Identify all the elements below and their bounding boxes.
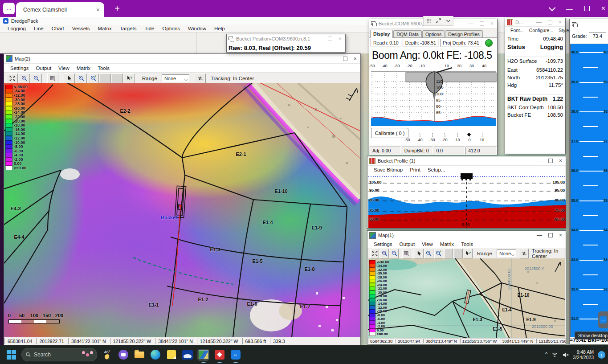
query-cursor-button[interactable] xyxy=(124,74,135,83)
zoom-extents-button[interactable] xyxy=(7,74,18,83)
minimize-icon[interactable]: — xyxy=(316,36,322,42)
menu-item[interactable]: Print xyxy=(406,167,424,172)
close-tab-icon[interactable]: × xyxy=(96,6,100,13)
tab-design-profiles[interactable]: Design Profiles xyxy=(445,30,483,37)
grade-input[interactable]: 73.4 xyxy=(589,32,607,40)
taskbar-chat[interactable] xyxy=(117,349,129,361)
menu-item[interactable]: Save Bitmap xyxy=(370,167,406,172)
expand-icon[interactable] xyxy=(436,18,441,24)
menu-item[interactable]: Tide xyxy=(140,26,158,31)
taskbar-sticky-notes[interactable] xyxy=(165,349,177,361)
menu-item[interactable]: Output xyxy=(33,65,55,71)
tab-options[interactable]: Options xyxy=(422,30,445,37)
minimize-icon[interactable]: — xyxy=(537,232,542,238)
taskbar-file-explorer[interactable] xyxy=(133,349,145,361)
tab-display[interactable]: Display xyxy=(370,30,393,38)
menu-item[interactable]: Matrix xyxy=(73,65,94,71)
maximize-icon[interactable] xyxy=(343,57,347,61)
minimize-icon[interactable]: — xyxy=(537,158,542,164)
grid-icon[interactable] xyxy=(426,18,432,24)
menu-item[interactable]: Settings xyxy=(7,65,33,71)
magnifier-zoom-button[interactable] xyxy=(434,249,443,258)
weather-widget[interactable]: 46° xyxy=(101,349,113,361)
minimize-icon[interactable]: — xyxy=(468,20,473,27)
magnifier-zoom-button[interactable] xyxy=(88,74,99,83)
close-icon[interactable]: × xyxy=(559,232,562,238)
menu-item[interactable]: Configure... xyxy=(526,28,556,33)
menu-item[interactable]: Chart xyxy=(48,26,68,31)
taskbar-hypack[interactable] xyxy=(181,349,193,361)
menu-item[interactable]: Logging xyxy=(4,26,30,31)
minimize-icon[interactable]: — xyxy=(536,19,542,25)
range-dropdown[interactable]: None xyxy=(497,249,516,258)
cursor-button[interactable] xyxy=(415,249,424,258)
matrix-button[interactable] xyxy=(402,249,411,258)
start-button[interactable] xyxy=(5,349,17,361)
maximize-icon[interactable] xyxy=(548,159,553,163)
teamviewer-side-tab[interactable]: ⇔ xyxy=(598,311,608,328)
clock[interactable]: 9:48 AM 3/24/2023 xyxy=(573,349,594,360)
minimize-icon[interactable]: — xyxy=(566,5,573,12)
menu-item[interactable]: Vessels xyxy=(68,26,94,31)
menu-item[interactable]: Help xyxy=(210,26,229,31)
menu-item[interactable]: Tools xyxy=(94,65,113,71)
maximize-icon[interactable] xyxy=(480,21,484,26)
close-icon[interactable]: × xyxy=(354,56,357,62)
minimize-icon[interactable]: — xyxy=(331,56,337,62)
range-dropdown[interactable]: None xyxy=(162,74,189,82)
taskbar-edge[interactable] xyxy=(149,349,161,361)
chevron-down-icon[interactable] xyxy=(548,4,555,11)
close-icon[interactable]: × xyxy=(559,19,562,25)
query-cursor-button[interactable] xyxy=(464,249,473,258)
close-icon[interactable]: × xyxy=(490,20,494,27)
tracking-toggle-button[interactable] xyxy=(195,74,206,83)
maximize-icon[interactable] xyxy=(548,233,553,237)
zoom-in-button[interactable] xyxy=(19,74,30,83)
zoom-out-button[interactable] xyxy=(390,249,399,258)
maximize-icon[interactable] xyxy=(548,20,552,25)
tray-chevron-icon[interactable]: ^ xyxy=(545,351,548,357)
menu-item[interactable]: Window xyxy=(184,26,210,31)
menu-item[interactable]: View xyxy=(55,65,73,71)
taskbar-dredgepack[interactable] xyxy=(197,349,209,361)
close-icon[interactable]: × xyxy=(601,4,605,12)
cursor-button[interactable] xyxy=(64,74,75,83)
session-tab[interactable]: Cemex Clamshell × xyxy=(16,2,104,17)
bucket-profile-menubar: Save BitmapPrintSetup... xyxy=(367,166,566,174)
menu-item[interactable]: Settings xyxy=(370,241,396,247)
new-tab-button[interactable]: + xyxy=(111,3,123,14)
zoom-out-button[interactable] xyxy=(31,74,42,83)
taskbar-teamviewer[interactable]: ⇔ xyxy=(229,349,241,361)
menu-item[interactable]: Output xyxy=(396,241,419,247)
menu-item[interactable]: Line xyxy=(30,26,48,31)
close-icon[interactable]: × xyxy=(339,36,342,42)
bucket-position-window: Bucket Position-COM3:9600,n,8,1 —× Raw: … xyxy=(226,34,346,53)
maximize-icon[interactable] xyxy=(584,6,590,11)
menu-item[interactable]: Tools xyxy=(457,241,477,247)
magnifier-center-button[interactable] xyxy=(76,74,87,83)
taskbar-red-app[interactable] xyxy=(213,349,225,361)
zoom-extents-button[interactable] xyxy=(370,249,379,258)
tab-dqm-data[interactable]: DQM Data xyxy=(393,30,422,37)
wifi-icon[interactable] xyxy=(551,352,558,358)
zoom-in-button[interactable] xyxy=(380,249,389,258)
tracking-toggle-button[interactable] xyxy=(520,249,529,258)
menu-item[interactable]: Setup... xyxy=(424,167,449,172)
menu-item[interactable]: View xyxy=(418,241,437,247)
matrix-button[interactable] xyxy=(47,74,58,83)
menu-item[interactable]: Matrix xyxy=(437,241,457,247)
close-icon[interactable]: × xyxy=(559,158,562,164)
search-box[interactable]: Search xyxy=(21,348,97,361)
chevron-down-icon[interactable] xyxy=(445,18,451,24)
map2-canvas[interactable]: <-36.00-34.00-32.00-30.00-28.00-26.00-24… xyxy=(4,83,360,337)
menu-item[interactable]: Targets xyxy=(116,26,141,31)
maximize-icon[interactable] xyxy=(328,37,332,41)
menu-item[interactable]: Options xyxy=(158,26,184,31)
menu-item[interactable]: Font... xyxy=(508,28,526,33)
magnifier-center-button[interactable] xyxy=(424,249,433,258)
volume-muted-icon[interactable] xyxy=(562,352,569,358)
menu-item[interactable]: Matrix xyxy=(94,26,115,31)
notification-badge[interactable]: 1 xyxy=(598,351,605,359)
map1-canvas[interactable]: <-36.00-34.00-32.00-30.00-28.00-26.00-24… xyxy=(368,258,565,339)
calibrate-button[interactable]: Calibrate ( 0 ) xyxy=(371,128,408,138)
